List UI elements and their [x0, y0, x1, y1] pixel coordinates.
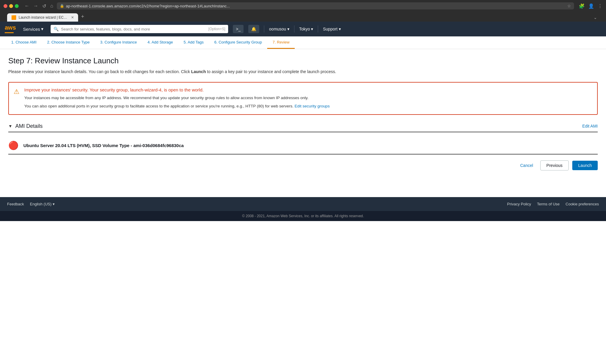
aws-logo-underline: ▬▬▬	[5, 30, 16, 34]
notifications-button[interactable]: 🔔	[248, 25, 259, 33]
cookie-preferences-link[interactable]: Cookie preferences	[565, 202, 599, 206]
footer-left: Feedback English (US) ▾	[7, 202, 55, 206]
services-menu-button[interactable]: Services ▾	[21, 26, 46, 32]
profile-icon[interactable]: 👤	[588, 3, 594, 9]
tab-bar: 🟧 Launch instance wizard | EC2 M ✕ + ⌄	[4, 12, 602, 22]
copyright-text: © 2008 - 2021, Amazon Web Services, Inc.…	[0, 211, 606, 221]
page-description: Please review your instance launch detai…	[8, 68, 393, 75]
nav-divider	[264, 25, 264, 33]
nav-buttons: ← → ↺ ⌂	[23, 3, 54, 9]
footer-right: Privacy Policy Terms of Use Cookie prefe…	[507, 202, 599, 206]
tab-configure-instance[interactable]: 3. Configure Instance	[95, 36, 142, 49]
search-input[interactable]	[61, 27, 206, 31]
warning-text-2: You can also open additional ports in yo…	[24, 103, 591, 109]
close-tab-button[interactable]: ✕	[71, 15, 74, 20]
nav-divider-3	[318, 25, 318, 33]
cloudshell-button[interactable]: >_	[233, 25, 244, 33]
close-window-button[interactable]	[4, 4, 7, 8]
region-menu-button[interactable]: Tokyo ▾	[299, 27, 313, 31]
tab-menu-button[interactable]: ⌄	[592, 13, 599, 22]
support-menu-button[interactable]: Support ▾	[323, 27, 341, 31]
edit-security-groups-link[interactable]: Edit security groups	[295, 104, 330, 108]
user-menu-button[interactable]: oomusou ▾	[269, 27, 289, 31]
launch-button[interactable]: Launch	[572, 161, 598, 170]
terms-of-use-link[interactable]: Terms of Use	[537, 202, 560, 206]
global-search-bar[interactable]: 🔍 [Option+S]	[51, 25, 228, 33]
tab-choose-ami[interactable]: 1. Choose AMI	[6, 36, 42, 49]
url-text: ap-northeast-1.console.aws.amazon.com/ec…	[66, 4, 565, 8]
active-tab[interactable]: 🟧 Launch instance wizard | EC2 M ✕	[7, 13, 78, 22]
browser-controls: ← → ↺ ⌂ 🔒 ap-northeast-1.console.aws.ama…	[4, 2, 602, 9]
address-bar[interactable]: 🔒 ap-northeast-1.console.aws.amazon.com/…	[57, 2, 574, 9]
security-warning-box: ⚠ Improve your instances' security. Your…	[8, 82, 598, 115]
nav-divider-2	[294, 25, 294, 33]
warning-text-1: Your instances may be accessible from an…	[24, 95, 591, 101]
home-button[interactable]: ⌂	[49, 3, 54, 9]
launch-keyword: Launch	[191, 69, 206, 74]
tab-title: Launch instance wizard | EC2 M	[19, 15, 69, 20]
wizard-tabs: 1. Choose AMI 2. Choose Instance Type 3.…	[0, 36, 606, 49]
warning-icon: ⚠	[14, 88, 20, 109]
warning-content: Improve your instances' security. Your s…	[24, 87, 591, 109]
warning-title: Improve your instances' security. Your s…	[24, 87, 591, 92]
edit-ami-link[interactable]: Edit AMI	[582, 124, 598, 128]
ami-row: 🔴 Ubuntu Server 20.04 LTS (HVM), SSD Vol…	[8, 137, 598, 154]
page-footer: Feedback English (US) ▾ Privacy Policy T…	[0, 197, 606, 211]
more-options-icon[interactable]: ⋮	[598, 3, 602, 9]
aws-logo[interactable]: aws ▬▬▬	[5, 25, 16, 34]
extensions-icon[interactable]: 🧩	[579, 3, 585, 9]
language-selector[interactable]: English (US) ▾	[30, 202, 55, 206]
tab-favicon: 🟧	[11, 15, 16, 20]
back-button[interactable]: ←	[23, 3, 30, 9]
tab-configure-security-group[interactable]: 6. Configure Security Group	[209, 36, 267, 49]
forward-button[interactable]: →	[32, 3, 39, 9]
cancel-button[interactable]: Cancel	[517, 161, 537, 170]
tab-add-tags[interactable]: 5. Add Tags	[178, 36, 209, 49]
minimize-window-button[interactable]	[9, 4, 13, 8]
aws-top-nav: aws ▬▬▬ Services ▾ 🔍 [Option+S] >_ 🔔 oom…	[0, 22, 606, 36]
section-collapse-button[interactable]: ▼	[8, 124, 12, 128]
tab-review[interactable]: 7. Review	[267, 36, 295, 49]
ami-name: Ubuntu Server 20.04 LTS (HVM), SSD Volum…	[23, 143, 184, 148]
search-shortcut: [Option+S]	[208, 27, 225, 31]
previous-button[interactable]: Previous	[540, 160, 569, 170]
traffic-lights	[4, 4, 19, 8]
tab-choose-instance-type[interactable]: 2. Choose Instance Type	[42, 36, 95, 49]
feedback-link[interactable]: Feedback	[7, 202, 24, 206]
bookmark-icon[interactable]: ☆	[567, 4, 571, 8]
browser-toolbar-icons: 🧩 👤 ⋮	[579, 3, 602, 9]
tab-add-storage[interactable]: 4. Add Storage	[142, 36, 178, 49]
ami-details-label: AMI Details	[15, 123, 43, 129]
privacy-policy-link[interactable]: Privacy Policy	[507, 202, 531, 206]
actions-bar: Cancel Previous Launch	[8, 154, 598, 173]
lock-icon: 🔒	[60, 4, 64, 8]
main-content: Step 7: Review Instance Launch Please re…	[0, 49, 606, 197]
maximize-window-button[interactable]	[15, 4, 19, 8]
ami-details-section-header: ▼ AMI Details Edit AMI	[8, 123, 598, 132]
search-icon: 🔍	[54, 27, 59, 31]
ubuntu-icon: 🔴	[8, 141, 19, 150]
page-title: Step 7: Review Instance Launch	[8, 56, 598, 65]
aws-logo-text: aws	[5, 25, 16, 30]
new-tab-button[interactable]: +	[78, 12, 87, 22]
refresh-button[interactable]: ↺	[41, 3, 47, 9]
browser-chrome: ← → ↺ ⌂ 🔒 ap-northeast-1.console.aws.ama…	[0, 0, 606, 22]
section-title: ▼ AMI Details	[8, 123, 43, 129]
